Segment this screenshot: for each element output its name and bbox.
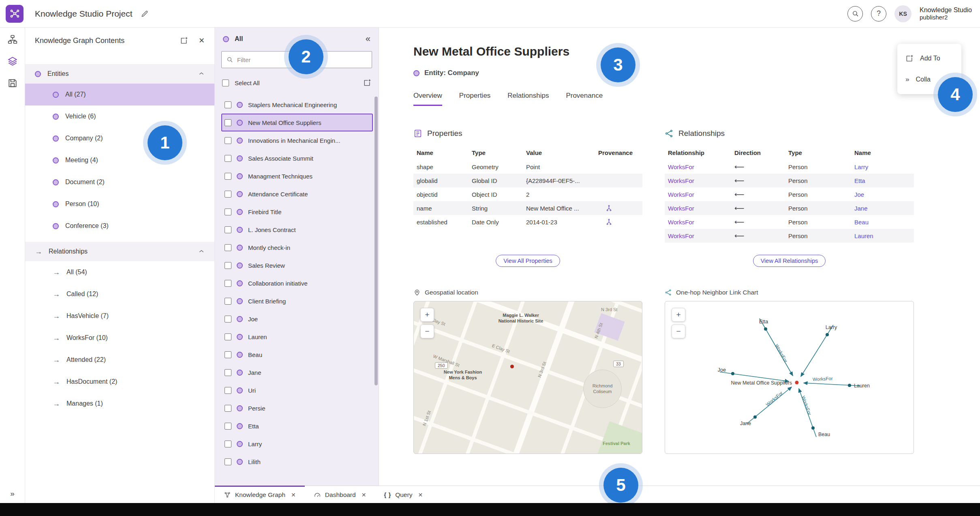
node-label[interactable]: Lauren [854,383,870,389]
item-checkbox[interactable] [225,173,231,180]
list-item[interactable]: Beau [221,346,373,363]
item-checkbox[interactable] [225,119,231,126]
tab-query[interactable]: { } Query ✕ [375,486,432,503]
close-tab-icon[interactable]: ✕ [418,492,423,498]
list-item[interactable]: Persie [221,399,373,417]
chevron-up-icon[interactable] [198,248,205,255]
item-checkbox[interactable] [225,316,231,322]
item-checkbox[interactable] [225,369,231,376]
tab-dashboard[interactable]: Dashboard ✕ [305,486,375,503]
item-checkbox[interactable] [225,298,231,305]
list-item[interactable]: Firebird Title [221,203,373,221]
list-item[interactable]: L. Jones Contract [221,221,373,239]
zoom-out-button[interactable]: − [420,325,434,338]
related-entity-link[interactable]: Jane [854,205,914,212]
list-item[interactable]: Innovations in Mechanical Engin... [221,131,373,149]
entity-filter-all[interactable]: All (27) [25,84,214,105]
search-button[interactable] [847,6,863,22]
relationship-filter-hasdocument[interactable]: →HasDocument (2) [25,371,214,393]
related-entity-link[interactable]: Beau [854,219,914,226]
node-label[interactable]: Jane [740,421,751,426]
center-node-label[interactable]: New Metal Office Suppliers [731,380,792,386]
node-label[interactable]: Beau [818,432,830,437]
list-item[interactable]: Managment Techniques [221,167,373,185]
select-all-checkbox[interactable] [222,80,229,86]
view-all-properties-button[interactable]: View All Properties [496,255,560,267]
add-selection-button[interactable] [363,79,371,87]
item-checkbox[interactable] [225,423,231,430]
relationship-filter-all[interactable]: →All (54) [25,261,214,283]
list-item[interactable]: Joe [221,310,373,328]
list-item[interactable]: Client Briefing [221,292,373,310]
app-logo[interactable] [6,5,24,23]
relationship-link[interactable]: WorksFor [668,191,734,198]
list-item[interactable]: Staplers Mechanical Engineering [221,96,373,114]
item-checkbox[interactable] [225,351,231,358]
relationship-filter-manages[interactable]: →Manages (1) [25,393,214,415]
relationship-filter-hasvehicle[interactable]: →HasVehicle (7) [25,305,214,327]
provenance-icon[interactable] [598,205,642,212]
zoom-in-button[interactable]: + [420,308,434,322]
tab-relationships[interactable]: Relationships [507,92,549,106]
zoom-out-button[interactable]: − [672,325,685,338]
list-item[interactable]: Montly check-in [221,239,373,256]
list-item[interactable]: Collaboration initiative [221,274,373,292]
item-checkbox[interactable] [225,101,231,108]
list-item[interactable]: Sales Associate Summit [221,149,373,167]
chevron-up-icon[interactable] [198,71,205,77]
item-checkbox[interactable] [225,137,231,144]
layers-tool-button[interactable] [7,56,18,67]
item-checkbox[interactable] [225,441,231,447]
tab-knowledge-graph[interactable]: Knowledge Graph ✕ [215,486,305,503]
list-item[interactable]: Attendance Certificate [221,185,373,203]
collapse-panel-button[interactable]: « [366,34,370,44]
entity-filter-meeting[interactable]: Meeting (4) [25,149,214,171]
tab-overview[interactable]: Overview [413,92,442,106]
save-tool-button[interactable] [7,78,18,88]
provenance-icon[interactable] [598,219,642,226]
entity-filter-vehicle[interactable]: Vehicle (6) [25,105,214,127]
expand-rail-button[interactable]: » [10,489,15,498]
entity-filter-conference[interactable]: Conference (3) [25,215,214,237]
item-checkbox[interactable] [225,387,231,394]
close-tab-icon[interactable]: ✕ [291,492,296,498]
relationship-filter-attended[interactable]: →Attended (22) [25,349,214,371]
item-checkbox[interactable] [225,244,231,251]
item-checkbox[interactable] [225,280,231,287]
list-item[interactable]: Lilith [221,453,373,471]
relationship-link[interactable]: WorksFor [668,205,734,212]
entities-group-header[interactable]: Entities [25,64,214,84]
node-label[interactable]: Joe [718,367,726,373]
list-item[interactable]: Jane [221,363,373,381]
help-button[interactable]: ? [871,6,886,22]
relationship-filter-worksfor[interactable]: →WorksFor (10) [25,327,214,349]
edit-title-button[interactable] [141,10,149,18]
tab-properties[interactable]: Properties [459,92,490,106]
related-entity-link[interactable]: Lauren [854,232,914,239]
item-checkbox[interactable] [225,333,231,340]
add-to-new-panel-button[interactable] [180,37,188,45]
geospatial-map[interactable]: Richmond Coliseum W Clay St E Clay St W … [413,301,642,454]
view-all-relationships-button[interactable]: View All Relationships [753,255,826,267]
entity-filter-company[interactable]: Company (2) [25,127,214,149]
relationship-filter-called[interactable]: →Called (12) [25,283,214,305]
item-checkbox[interactable] [225,155,231,162]
list-item-selected[interactable]: New Metal Office Suppliers [221,114,373,131]
list-item[interactable]: Etta [221,417,373,435]
close-panel-button[interactable]: ✕ [199,36,205,45]
item-checkbox[interactable] [225,262,231,269]
relationship-link[interactable]: WorksFor [668,163,734,170]
list-item[interactable]: Larry [221,435,373,453]
relationship-link[interactable]: WorksFor [668,177,734,184]
list-item[interactable]: Uri [221,381,373,399]
zoom-in-button[interactable]: + [672,308,685,322]
scrollbar-thumb[interactable] [374,97,378,385]
related-entity-link[interactable]: Joe [854,191,914,198]
menu-item-add-to[interactable]: Add To [897,48,961,69]
relationship-link[interactable]: WorksFor [668,232,734,239]
relationships-group-header[interactable]: → Relationships [25,242,214,261]
item-checkbox[interactable] [225,226,231,233]
relationship-link[interactable]: WorksFor [668,219,734,226]
item-checkbox[interactable] [225,209,231,215]
related-entity-link[interactable]: Etta [854,177,914,184]
